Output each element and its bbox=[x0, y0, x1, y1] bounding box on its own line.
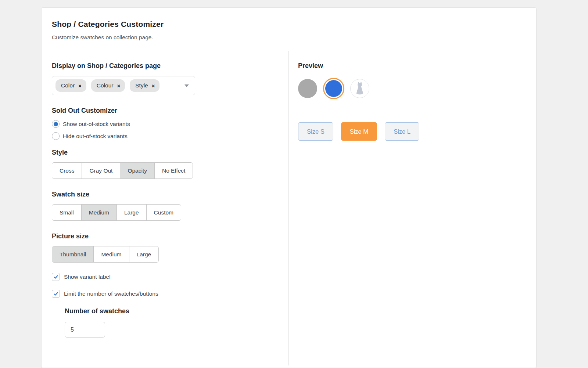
style-option-no-effect[interactable]: No Effect bbox=[154, 163, 193, 178]
card-content: Display on Shop / Categories page Color … bbox=[42, 51, 536, 365]
selected-tag-colour: Colour × bbox=[91, 79, 125, 92]
image-swatch-dress[interactable] bbox=[350, 79, 369, 98]
checkbox-label: Limit the number of swatches/buttons bbox=[64, 291, 158, 297]
preview-heading: Preview bbox=[298, 62, 536, 70]
number-of-swatches-input[interactable] bbox=[65, 322, 105, 338]
sold-out-section-heading: Sold Out Customizer bbox=[52, 107, 288, 115]
display-attributes-multiselect[interactable]: Color × Colour × Style × bbox=[52, 76, 195, 95]
radio-checked-icon bbox=[52, 120, 60, 128]
card-header: Shop / Categories Customizer Customize s… bbox=[42, 8, 536, 51]
color-swatch-blue bbox=[325, 80, 342, 97]
page-subtitle: Customize swatches on collection page. bbox=[52, 34, 526, 41]
swatch-size-section-heading: Swatch size bbox=[52, 191, 288, 198]
checkbox-label: Show variant label bbox=[64, 274, 111, 280]
radio-hide-out-of-stock[interactable]: Hide out-of-stock variants bbox=[52, 132, 288, 140]
style-section-heading: Style bbox=[52, 149, 288, 156]
picture-size-option-medium[interactable]: Medium bbox=[93, 246, 129, 262]
chevron-down-icon[interactable] bbox=[184, 84, 189, 87]
settings-column: Display on Shop / Categories page Color … bbox=[42, 51, 289, 365]
selected-tag-color: Color × bbox=[55, 79, 86, 92]
tag-label: Color bbox=[61, 82, 75, 89]
preview-swatch-row bbox=[298, 78, 536, 99]
swatch-size-segmented-control: Small Medium Large Custom bbox=[52, 204, 181, 221]
limit-swatches-checkbox[interactable]: Limit the number of swatches/buttons bbox=[52, 290, 288, 298]
customizer-card: Shop / Categories Customizer Customize s… bbox=[41, 7, 537, 368]
tag-label: Style bbox=[135, 82, 148, 89]
selected-tag-style: Style × bbox=[130, 79, 159, 92]
remove-tag-color-icon[interactable]: × bbox=[78, 83, 82, 89]
checkmark-icon bbox=[53, 291, 58, 296]
radio-label: Show out-of-stock variants bbox=[63, 121, 130, 127]
sold-out-radio-group: Show out-of-stock variants Hide out-of-s… bbox=[52, 120, 288, 140]
remove-tag-colour-icon[interactable]: × bbox=[117, 83, 120, 89]
color-swatch-blue-selected[interactable] bbox=[323, 78, 344, 99]
style-segmented-control: Cross Gray Out Opacity No Effect bbox=[52, 162, 193, 179]
page-title: Shop / Categories Customizer bbox=[52, 20, 526, 29]
swatch-size-option-medium[interactable]: Medium bbox=[81, 205, 116, 220]
tag-label: Colour bbox=[97, 82, 114, 89]
style-option-cross[interactable]: Cross bbox=[52, 163, 82, 178]
show-variant-label-checkbox[interactable]: Show variant label bbox=[52, 273, 288, 281]
style-option-gray-out[interactable]: Gray Out bbox=[82, 163, 120, 178]
swatch-size-option-custom[interactable]: Custom bbox=[146, 205, 181, 220]
preview-column: Preview Size S Size M Size L bbox=[289, 51, 536, 365]
number-of-swatches-heading: Number of swatches bbox=[65, 307, 288, 315]
checkbox-checked-icon bbox=[52, 290, 60, 298]
radio-label: Hide out-of-stock variants bbox=[63, 133, 128, 140]
picture-size-section-heading: Picture size bbox=[52, 232, 288, 240]
remove-tag-style-icon[interactable]: × bbox=[152, 83, 155, 89]
swatch-size-option-small[interactable]: Small bbox=[52, 205, 81, 220]
display-section-heading: Display on Shop / Categories page bbox=[52, 62, 288, 70]
dress-icon bbox=[355, 82, 365, 95]
size-l-button[interactable]: Size L bbox=[385, 122, 419, 141]
size-m-button[interactable]: Size M bbox=[341, 122, 377, 141]
number-of-swatches-section: Number of swatches bbox=[65, 307, 288, 338]
color-swatch-gray[interactable] bbox=[298, 79, 317, 98]
radio-unchecked-icon bbox=[52, 132, 60, 140]
preview-size-buttons: Size S Size M Size L bbox=[298, 122, 536, 141]
radio-show-out-of-stock[interactable]: Show out-of-stock variants bbox=[52, 120, 288, 128]
picture-size-option-large[interactable]: Large bbox=[129, 246, 159, 262]
checkmark-icon bbox=[53, 274, 58, 279]
picture-size-segmented-control: Thumbnail Medium Large bbox=[52, 246, 159, 263]
swatch-size-option-large[interactable]: Large bbox=[116, 205, 146, 220]
picture-size-option-thumbnail[interactable]: Thumbnail bbox=[52, 246, 93, 262]
style-option-opacity[interactable]: Opacity bbox=[120, 163, 154, 178]
size-s-button[interactable]: Size S bbox=[298, 122, 333, 141]
checkbox-checked-icon bbox=[52, 273, 60, 281]
